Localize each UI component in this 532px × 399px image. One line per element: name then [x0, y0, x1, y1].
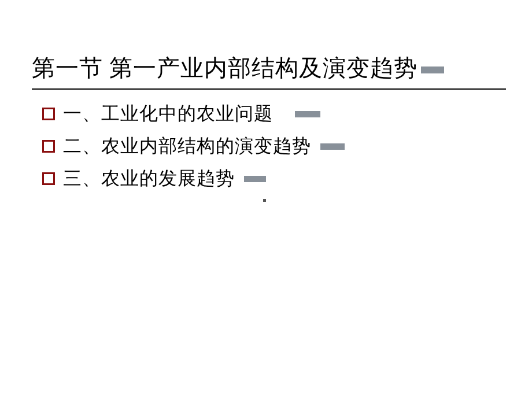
bullet-accent-bar: [244, 176, 266, 182]
center-marker-icon: [263, 199, 266, 202]
slide-container: 第一节 第一产业内部结构及演变趋势 一、工业化中的农业问题 二、农业内部结构的演…: [0, 0, 532, 399]
title-row: 第一节 第一产业内部结构及演变趋势: [32, 52, 503, 84]
slide-title: 第一节 第一产业内部结构及演变趋势: [32, 52, 418, 84]
bullet-item-2: 二、农业内部结构的演变趋势: [42, 134, 503, 159]
bullet-text: 二、农业内部结构的演变趋势: [63, 134, 311, 159]
bullet-list: 一、工业化中的农业问题 二、农业内部结构的演变趋势 三、农业的发展趋势: [32, 101, 503, 191]
bullet-text: 一、工业化中的农业问题: [63, 101, 273, 127]
bullet-square-icon: [42, 140, 55, 153]
bullet-text: 三、农业的发展趋势: [63, 166, 235, 191]
title-accent-bar: [421, 66, 444, 73]
bullet-accent-bar: [320, 143, 345, 150]
bullet-item-1: 一、工业化中的农业问题: [42, 101, 503, 127]
bullet-square-icon: [42, 108, 55, 120]
title-underline: [32, 88, 506, 90]
bullet-item-3: 三、农业的发展趋势: [42, 166, 503, 191]
bullet-accent-bar: [295, 111, 320, 117]
bullet-square-icon: [42, 172, 55, 185]
